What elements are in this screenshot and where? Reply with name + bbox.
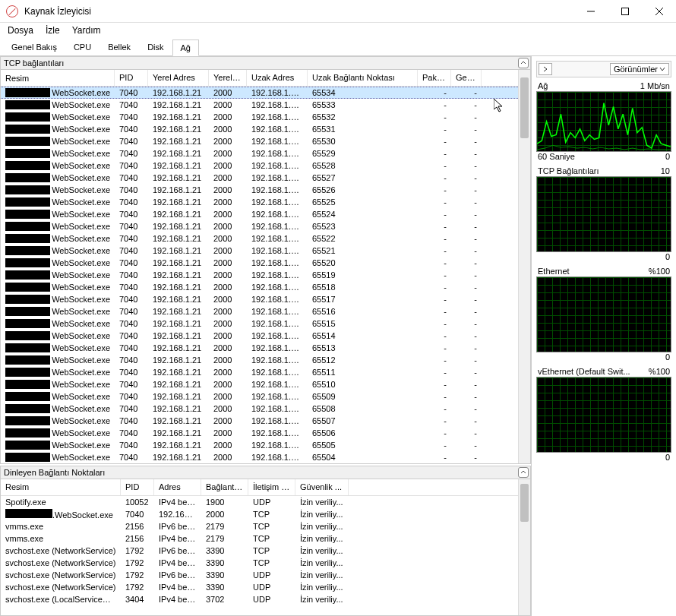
table-row[interactable]: WebSocket.exe7040192.168.1.212000192.168… (1, 305, 518, 317)
listen-scrollbar[interactable] (518, 479, 530, 615)
views-dropdown[interactable]: Görünümler (610, 63, 669, 75)
tab-ağ[interactable]: Ağ (172, 39, 199, 56)
table-row[interactable]: Spotify.exe10052IPv4 belirt...1900UDPİzi… (1, 496, 518, 508)
redacted-icon (5, 295, 50, 304)
tcp-scrollbar[interactable] (518, 70, 530, 463)
redacted-icon (5, 161, 50, 170)
menu-help[interactable]: Yardım (68, 24, 106, 37)
table-row[interactable]: WebSocket.exe7040192.168.1.212000192.168… (1, 172, 518, 184)
chart-title: Ağ (538, 81, 548, 90)
redacted-icon (5, 404, 50, 413)
table-row[interactable]: vmms.exe2156IPv6 belirt...2179TCPİzin ve… (1, 520, 518, 532)
table-row[interactable]: WebSocket.exe7040192.168.1.212000192.168… (1, 439, 518, 451)
table-row[interactable]: WebSocket.exe7040192.168.1.212000192.168… (1, 196, 518, 208)
menu-file[interactable]: Dosya (3, 24, 38, 37)
tcp-col-local[interactable]: Yerel Adres (148, 70, 209, 86)
redacted-icon (5, 343, 50, 352)
table-row[interactable]: svchost.exe (NetworkService)1792IPv6 bel… (1, 569, 518, 581)
table-row[interactable]: WebSocket.exe7040192.168.1.212000192.168… (1, 220, 518, 232)
table-row[interactable]: WebSocket.exe7040192.168.1.212000192.168… (1, 87, 518, 99)
app-icon (6, 5, 18, 17)
chart-canvas (536, 276, 671, 352)
table-row[interactable]: svchost.exe (NetworkService)1792IPv4 bel… (1, 581, 518, 593)
chart-card: Ağ1 Mb/sn60 Saniye0 (536, 81, 671, 161)
table-row[interactable]: WebSocket.exe7040192.168.1.212000192.168… (1, 111, 518, 123)
listen-section-title: Dinleyen Bağlantı Noktaları (4, 468, 105, 477)
listen-grid[interactable]: ResimPIDAdresBağlantı ...İletişim Ku...G… (1, 479, 518, 615)
listen-col-fw[interactable]: Güvenlik ... (295, 479, 349, 495)
table-row[interactable]: WebSocket.exe7040192.168.1.212000192.168… (1, 135, 518, 147)
redacted-icon (5, 197, 50, 207)
redacted-icon (5, 246, 50, 255)
table-row[interactable]: WebSocket.exe7040192.168.1.212000192.168… (1, 208, 518, 220)
table-row[interactable]: WebSocket.exe7040192.168.1.212000192.168… (1, 123, 518, 135)
minimize-button[interactable] (573, 0, 608, 23)
tab-disk[interactable]: Disk (139, 39, 172, 55)
tcp-col-latency[interactable]: Gecik... (451, 70, 482, 86)
collapse-up-icon[interactable] (518, 467, 529, 478)
tcp-col-pid[interactable]: PID (115, 70, 148, 86)
tcp-col-loss[interactable]: Paket... (418, 70, 451, 86)
listen-section-header[interactable]: Dinleyen Bağlantı Noktaları (0, 466, 531, 479)
redacted-icon (5, 509, 52, 518)
tcp-grid[interactable]: ResimPIDYerel AdresYerel Ba...Uzak Adres… (1, 70, 518, 463)
table-row[interactable]: WebSocket.exe7040192.168.1.212000192.168… (1, 366, 518, 378)
table-row[interactable]: WebSocket.exe7040192.168.1.212000192.168… (1, 451, 518, 463)
table-row[interactable]: WebSocket.exe7040192.168.1.212000192.168… (1, 390, 518, 403)
maximize-button[interactable] (608, 0, 642, 23)
table-row[interactable]: WebSocket.exe7040192.168.1.212000192.168… (1, 342, 518, 354)
table-row[interactable]: WebSocket.exe7040192.168.1.212000192.168… (1, 269, 518, 281)
listen-col-pid[interactable]: PID (121, 479, 154, 495)
window-titlebar: Kaynak İzleyicisi (0, 0, 676, 23)
table-row[interactable]: WebSocket.exe7040192.168.1.212000192.168… (1, 403, 518, 415)
listen-col-image[interactable]: Resim (1, 479, 121, 495)
redacted-icon (5, 137, 50, 146)
tcp-col-rport[interactable]: Uzak Bağlantı Noktası (308, 70, 418, 86)
tab-cpu[interactable]: CPU (65, 39, 100, 55)
table-row[interactable]: WebSocket.exe7040192.168.1.212000192.168… (1, 354, 518, 366)
table-row[interactable]: WebSocket.exe7040192.168.1.212000192.168… (1, 99, 518, 111)
table-row[interactable]: WebSocket.exe7040192.168.1.212000192.168… (1, 257, 518, 269)
nav-right-icon[interactable] (539, 63, 552, 75)
tcp-section-header[interactable]: TCP bağlantıları (0, 56, 531, 70)
menu-monitor[interactable]: İzle (41, 24, 65, 37)
table-row[interactable]: .WebSocket.exe7040192.168.1...2000TCPİzi… (1, 508, 518, 520)
table-row[interactable]: vmms.exe2156IPv4 belirt...2179TCPİzin ve… (1, 532, 518, 545)
table-row[interactable]: svchost.exe (LocalServiceAndNo...3404IPv… (1, 593, 518, 605)
redacted-icon (5, 149, 50, 158)
table-row[interactable]: WebSocket.exe7040192.168.1.212000192.168… (1, 378, 518, 390)
table-row[interactable]: WebSocket.exe7040192.168.1.212000192.168… (1, 427, 518, 439)
table-row[interactable]: WebSocket.exe7040192.168.1.212000192.168… (1, 317, 518, 330)
chart-max-label: %100 (649, 367, 670, 376)
tab-bellek[interactable]: Bellek (100, 39, 139, 55)
window-title: Kaynak İzleyicisi (24, 6, 573, 17)
collapse-up-icon[interactable] (518, 58, 529, 68)
table-row[interactable]: WebSocket.exe7040192.168.1.212000192.168… (1, 415, 518, 427)
table-row[interactable]: WebSocket.exe7040192.168.1.212000192.168… (1, 232, 518, 245)
table-row[interactable]: WebSocket.exe7040192.168.1.212000192.168… (1, 147, 518, 160)
close-button[interactable] (642, 0, 676, 23)
table-row[interactable]: WebSocket.exe7040192.168.1.212000192.168… (1, 293, 518, 305)
redacted-icon (5, 88, 50, 97)
table-row[interactable]: WebSocket.exe7040192.168.1.212000192.168… (1, 245, 518, 257)
tab-genel-bakış[interactable]: Genel Bakış (3, 39, 65, 55)
tcp-col-remote[interactable]: Uzak Adres (247, 70, 308, 86)
table-row[interactable]: WebSocket.exe7040192.168.1.212000192.168… (1, 184, 518, 196)
redacted-icon (5, 185, 50, 194)
table-row[interactable]: WebSocket.exe7040192.168.1.212000192.168… (1, 281, 518, 293)
table-row[interactable]: WebSocket.exe7040192.168.1.212000192.168… (1, 330, 518, 342)
table-row[interactable]: WebSocket.exe7040192.168.1.212000192.168… (1, 160, 518, 172)
listen-col-addr[interactable]: Adres (154, 479, 201, 495)
chart-max-label: 1 Mb/sn (640, 81, 670, 90)
redacted-icon (5, 392, 50, 401)
listen-col-port[interactable]: Bağlantı ... (201, 479, 248, 495)
redacted-icon (5, 258, 50, 267)
chart-footer-right: 0 (665, 252, 670, 261)
tcp-col-image[interactable]: Resim (1, 70, 115, 86)
listen-col-proto[interactable]: İletişim Ku... (248, 479, 295, 495)
chart-footer-left: 60 Saniye (538, 152, 575, 161)
tcp-col-lport[interactable]: Yerel Ba... (209, 70, 247, 86)
table-row[interactable]: svchost.exe (NetworkService)1792IPv6 bel… (1, 545, 518, 557)
table-row[interactable]: svchost.exe (NetworkService)1792IPv4 bel… (1, 557, 518, 569)
chart-card: Ethernet%1000 (536, 266, 671, 362)
